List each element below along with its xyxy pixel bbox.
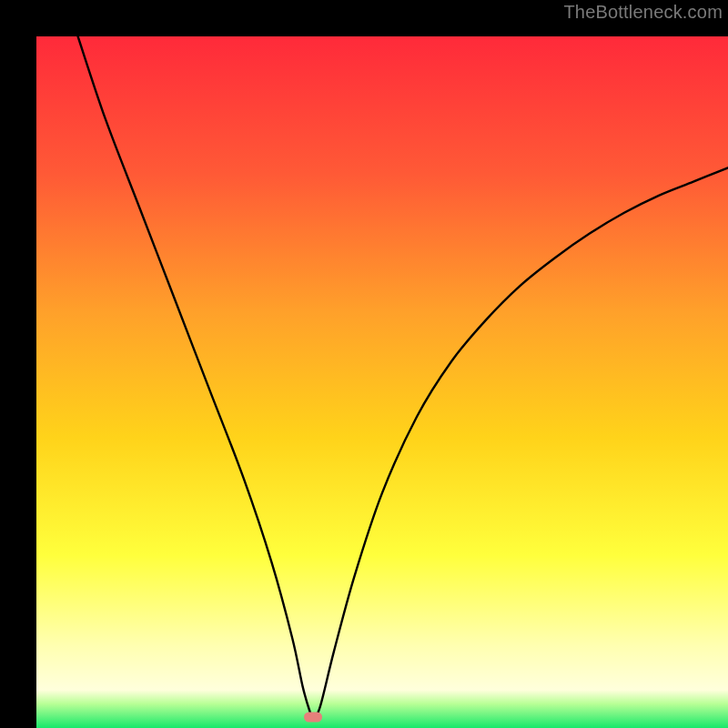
optimum-marker: [304, 712, 322, 722]
chart-frame: [18, 18, 710, 710]
bottleneck-curve: [78, 36, 728, 718]
watermark-text: TheBottleneck.com: [563, 2, 723, 23]
chart-svg: [36, 36, 728, 728]
gradient-background: [36, 36, 728, 728]
plot-area: [36, 36, 728, 728]
